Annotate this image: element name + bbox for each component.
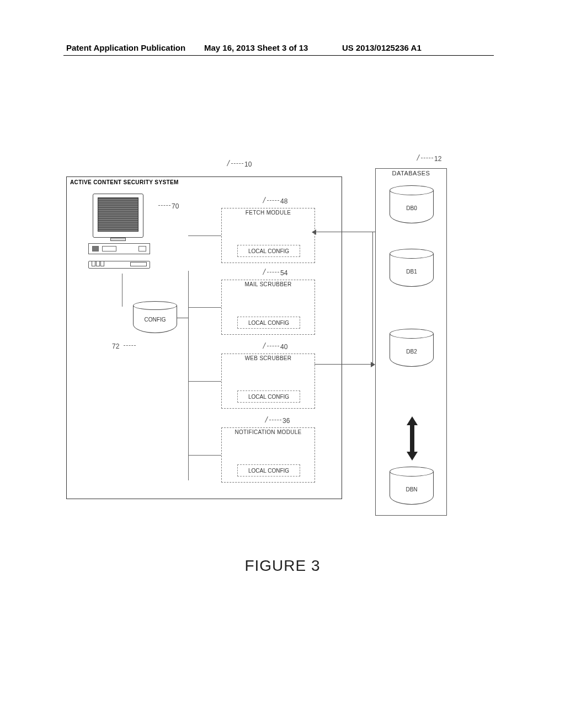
ref-config: 72 bbox=[112, 342, 137, 350]
module-web: WEB SCRUBBER LOCAL CONFIG bbox=[221, 354, 315, 409]
pub-type: Patent Application Publication bbox=[66, 43, 185, 52]
module-web-localcfg: LOCAL CONFIG bbox=[237, 390, 300, 403]
module-fetch-localcfg: LOCAL CONFIG bbox=[237, 245, 300, 257]
computer-icon bbox=[86, 194, 152, 274]
connector-to-db bbox=[315, 232, 375, 232]
connector bbox=[188, 381, 221, 382]
connector bbox=[188, 453, 189, 480]
module-fetch: FETCH MODULE LOCAL CONFIG bbox=[221, 208, 315, 263]
db2-icon: DB2 bbox=[390, 329, 434, 367]
connector bbox=[188, 455, 221, 456]
arrowhead-icon bbox=[312, 229, 316, 235]
module-web-title: WEB SCRUBBER bbox=[222, 355, 315, 361]
db1-label: DB1 bbox=[390, 269, 434, 275]
dbN-label: DBN bbox=[390, 486, 434, 493]
system-box: ACTIVE CONTENT SECURITY SYSTEM 70 CONFIG bbox=[66, 176, 342, 499]
ref-computer-num: 70 bbox=[172, 202, 179, 210]
connector bbox=[177, 318, 188, 318]
connector-from-db bbox=[315, 364, 372, 365]
dbN-icon: DBN bbox=[390, 467, 434, 505]
ref-databases: 12 bbox=[419, 154, 441, 163]
db1-icon: DB1 bbox=[390, 249, 434, 287]
ref-fetch: 48 bbox=[265, 197, 287, 205]
module-notif-title: NOTIFICATION MODULE bbox=[222, 429, 315, 435]
ref-notif: 36 bbox=[268, 416, 290, 425]
db2-label: DB2 bbox=[390, 349, 434, 355]
connector-trunk bbox=[188, 271, 189, 480]
module-mail-localcfg: LOCAL CONFIG bbox=[237, 317, 300, 329]
ref-mail: 54 bbox=[265, 269, 287, 277]
figure-caption: FIGURE 3 bbox=[0, 557, 565, 575]
module-notif-localcfg: LOCAL CONFIG bbox=[237, 464, 300, 477]
ref-databases-num: 12 bbox=[434, 155, 441, 163]
ref-config-num: 72 bbox=[112, 342, 119, 350]
module-notification: NOTIFICATION MODULE LOCAL CONFIG bbox=[221, 427, 315, 483]
ref-mail-num: 54 bbox=[280, 269, 287, 277]
figure-area: 10 ACTIVE CONTENT SECURITY SYSTEM 70 bbox=[66, 154, 491, 518]
ref-fetch-num: 48 bbox=[280, 197, 287, 205]
arrowhead-icon bbox=[371, 362, 375, 367]
connector bbox=[122, 274, 122, 307]
pub-number: US 2013/0125236 A1 bbox=[342, 43, 422, 52]
config-label: CONFIG bbox=[133, 317, 177, 323]
db0-label: DB0 bbox=[390, 205, 434, 211]
connector-to-db bbox=[372, 232, 373, 365]
module-mail: MAIL SCRUBBER LOCAL CONFIG bbox=[221, 280, 315, 335]
module-mail-title: MAIL SCRUBBER bbox=[222, 281, 315, 287]
databases-title: DATABASES bbox=[376, 170, 446, 176]
double-arrow-icon bbox=[408, 416, 416, 461]
ref-web-num: 40 bbox=[280, 343, 287, 351]
connector bbox=[188, 307, 221, 308]
ref-system-num: 10 bbox=[244, 160, 252, 168]
module-fetch-title: FETCH MODULE bbox=[222, 210, 315, 216]
ref-web: 40 bbox=[265, 342, 287, 351]
connector bbox=[188, 235, 221, 236]
databases-column: DATABASES DB0 DB1 DB2 DBN bbox=[375, 168, 447, 516]
date-sheet: May 16, 2013 Sheet 3 of 13 bbox=[204, 43, 308, 52]
system-title: ACTIVE CONTENT SECURITY SYSTEM bbox=[70, 179, 179, 185]
ref-system: 10 bbox=[230, 160, 252, 168]
ref-notif-num: 36 bbox=[282, 417, 290, 425]
db0-icon: DB0 bbox=[390, 185, 434, 224]
ref-computer: 70 bbox=[158, 202, 179, 210]
header-rule bbox=[63, 55, 494, 56]
config-db-icon: CONFIG bbox=[133, 301, 177, 333]
